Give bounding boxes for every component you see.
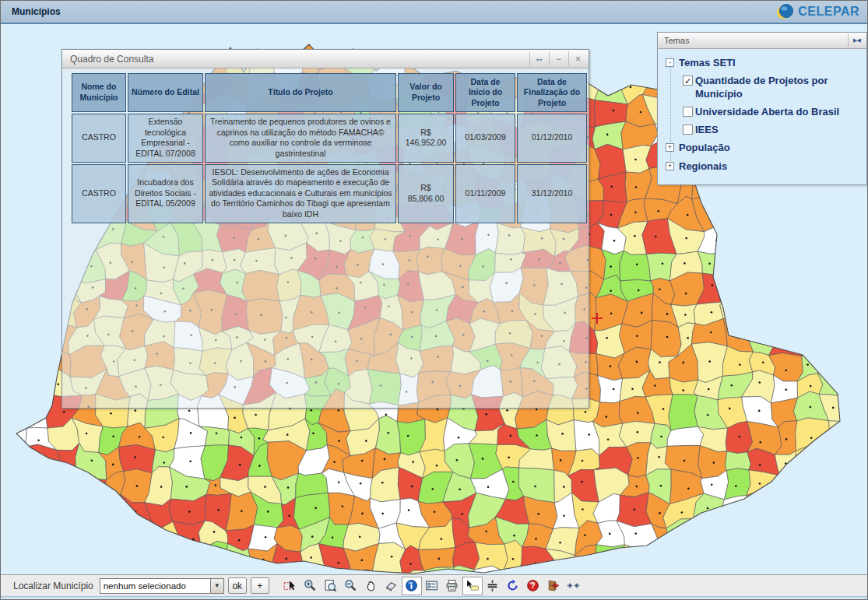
app-window: Municípios CELEPAR Temas ▶◀ - Temas SETI: [0, 0, 868, 600]
tree-node-uab: Universidade Aberta do Brasil: [683, 106, 862, 118]
zoom-out-icon[interactable]: [341, 577, 361, 595]
expander-icon[interactable]: +: [666, 162, 674, 170]
tree-label-quantidade-projetos[interactable]: Quantidade de Projetos por Município: [695, 75, 851, 100]
quadro-consulta-dialog: Quadro de Consulta ⇔ − × Nome do Municíp…: [61, 49, 589, 409]
window-bottom-strip: [1, 596, 868, 600]
measure-icon[interactable]: [483, 577, 503, 595]
col-header-inicio: Data de Início do Projeto: [455, 73, 515, 112]
cell-finalizacao: 01/12/2010: [517, 114, 587, 163]
top-bar: Municípios CELEPAR: [1, 1, 867, 24]
col-header-municipio: Nome do Município: [72, 73, 126, 112]
cell-titulo: IESOL: Desenvolvimento de ações de Econo…: [205, 164, 396, 223]
add-button[interactable]: +: [251, 577, 269, 594]
bottom-toolbar: Localizar Município nenhum selecionado ▼…: [1, 574, 868, 596]
dropdown-arrow-icon[interactable]: ▼: [210, 579, 223, 593]
tooltip-cursor-icon[interactable]: [462, 577, 483, 595]
checkbox-unchecked-icon[interactable]: [683, 125, 693, 135]
tree-node-temas-seti: - Temas SETI: [666, 57, 862, 69]
temas-tree: - Temas SETI ✓ Quantidade de Projetos po…: [658, 49, 866, 173]
dialog-body: Nome do Município Número do Edital Títul…: [62, 68, 589, 408]
col-header-finalizacao: Data de Finalização do Projeto: [517, 73, 587, 112]
page-title: Municípios: [12, 6, 61, 17]
help-icon[interactable]: ?: [523, 577, 543, 595]
collapse-toolbar-icon[interactable]: [564, 577, 584, 595]
ok-button[interactable]: ok: [228, 577, 247, 594]
cell-municipio: CASTRO: [72, 114, 126, 163]
cell-municipio: CASTRO: [72, 164, 126, 223]
cell-edital: Extensão tecnológica Empresarial - EDITA…: [128, 114, 203, 163]
table-header-row: Nome do Município Número do Edital Títul…: [72, 73, 587, 112]
col-header-edital: Número do Edital: [128, 73, 203, 112]
info-icon[interactable]: [402, 577, 422, 595]
tree-label-uab[interactable]: Universidade Aberta do Brasil: [695, 106, 839, 118]
map-tools: ?: [280, 577, 584, 595]
temas-panel-title: Temas: [664, 36, 848, 45]
dialog-title: Quadro de Consulta: [70, 54, 529, 65]
tree-label-populacao[interactable]: População: [679, 142, 730, 154]
tree-node-regionais: + Regionais: [666, 160, 862, 173]
printer-icon[interactable]: [442, 577, 462, 595]
table-row: CASTRO Incubadora dos Direitos Sociais -…: [72, 164, 587, 223]
zoom-extent-icon[interactable]: [321, 577, 341, 595]
celepar-logo-text: CELEPAR: [798, 5, 859, 19]
tree-node-populacao: + População: [666, 142, 862, 154]
dialog-minimize-button[interactable]: −: [549, 51, 568, 66]
municipio-dropdown[interactable]: nenhum selecionado ▼: [100, 578, 224, 594]
col-header-valor: Valor do Projeto: [398, 73, 454, 112]
cell-inicio: 01/11/2009: [455, 164, 515, 223]
cell-finalizacao: 31/12/2010: [517, 164, 587, 223]
checkbox-unchecked-icon[interactable]: [683, 107, 693, 117]
dropdown-selected-value: nenhum selecionado: [100, 581, 210, 591]
dialog-move-icon[interactable]: ⇔: [529, 51, 548, 66]
expander-icon[interactable]: +: [666, 143, 674, 152]
exit-icon[interactable]: [543, 577, 564, 595]
tree-label-iees[interactable]: IEES: [695, 124, 719, 136]
eraser-icon[interactable]: [381, 577, 402, 595]
tree-node-iees: IEES: [683, 124, 862, 136]
cell-edital: Incubadora dos Direitos Sociais - EDITAL…: [128, 164, 203, 223]
table-row: CASTRO Extensão tecnológica Empresarial …: [72, 114, 587, 163]
col-header-titulo: Título do Projeto: [205, 73, 396, 112]
temas-panel: Temas ▶◀ - Temas SETI ✓ Quantidade de Pr…: [657, 32, 867, 185]
celepar-logo: CELEPAR: [776, 2, 859, 21]
dialog-titlebar[interactable]: Quadro de Consulta ⇔ − ×: [62, 50, 589, 68]
dialog-close-button[interactable]: ×: [568, 51, 587, 66]
cell-inicio: 01/03/2009: [455, 114, 515, 163]
projects-table: Nome do Município Número do Edital Títul…: [70, 72, 589, 225]
locate-municipio-label: Localizar Município: [13, 581, 93, 591]
select-area-icon[interactable]: [280, 577, 300, 595]
cell-valor: R$ 146,952.00: [398, 114, 454, 163]
tree-label-temas-seti[interactable]: Temas SETI: [679, 57, 736, 69]
tree-label-regionais[interactable]: Regionais: [679, 160, 727, 173]
tree-node-quantidade-projetos: ✓ Quantidade de Projetos por Município: [683, 75, 862, 100]
legend-form-icon[interactable]: [422, 577, 442, 595]
cell-valor: R$ 85,806.00: [398, 164, 454, 223]
zoom-in-icon[interactable]: [300, 577, 321, 595]
celepar-globe-icon: [776, 2, 795, 21]
checkbox-checked-icon[interactable]: ✓: [683, 75, 693, 86]
panel-collapse-icon[interactable]: ▶◀: [848, 34, 865, 47]
expander-icon[interactable]: -: [666, 58, 674, 67]
refresh-icon[interactable]: [503, 577, 523, 595]
svg-text:?: ?: [530, 581, 535, 590]
cell-titulo: Treinamento de pequenos produtores de ov…: [205, 114, 396, 163]
temas-panel-header[interactable]: Temas ▶◀: [658, 33, 866, 49]
pan-hand-icon[interactable]: [361, 577, 381, 595]
